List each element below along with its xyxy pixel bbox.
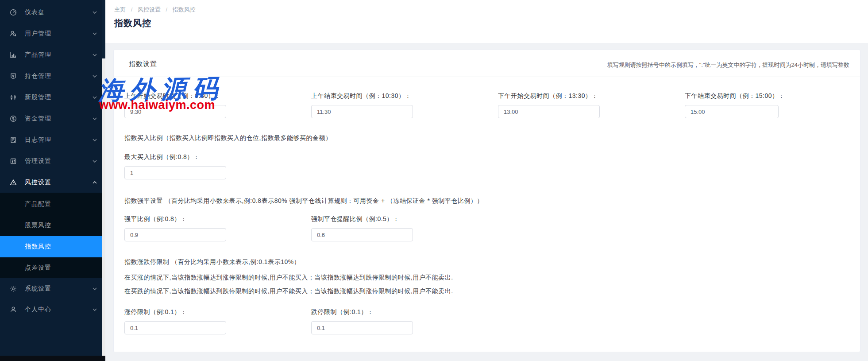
sidebar-item-label: 个人中心 — [25, 306, 51, 314]
candlestick-icon — [10, 94, 17, 101]
dashboard-icon — [10, 9, 17, 16]
breadcrumb-home[interactable]: 主页 — [114, 6, 126, 13]
sidebar-item-label: 系统设置 — [25, 285, 51, 293]
chevron-down-icon — [92, 286, 97, 291]
breadcrumb-risk-settings[interactable]: 风控设置 — [138, 6, 161, 13]
limit-rule-paragraph-1: 在买涨的情况下,当该指数涨幅达到涨停限制的时候,用户不能买入；当该指数涨幅达到跌… — [124, 274, 453, 282]
sidebar-item-fund-management[interactable]: 资金管理 — [0, 108, 102, 129]
submenu-item-label: 股票风控 — [25, 221, 51, 229]
sidebar-item-personal-center[interactable]: 个人中心 — [0, 299, 102, 320]
chevron-up-icon — [92, 180, 97, 185]
card-header: 指数设置 填写规则请按照括号中的示例填写，":"统一为英文中的字符，提现时间为2… — [114, 50, 860, 77]
submenu-item-label: 点差设置 — [25, 264, 51, 272]
breadcrumb: 主页 / 风控设置 / 指数风控 — [114, 6, 199, 14]
upper-limit-input[interactable] — [124, 321, 226, 334]
max-buy-ratio-input[interactable] — [124, 166, 226, 179]
field-label: 强平比例（例:0.8）： — [124, 215, 226, 223]
field-label: 下午结束交易时间（例：15:00）： — [685, 92, 785, 100]
risk-settings-submenu: 产品配置 股票风控 指数风控 点差设置 — [0, 193, 102, 278]
sliders-icon — [10, 158, 17, 165]
field-morning-start-time: 上午开始交易时间（例：9:30）： — [124, 92, 226, 118]
chevron-down-icon — [92, 31, 97, 36]
bar-chart-icon — [10, 51, 17, 58]
sidebar-item-management-settings[interactable]: 管理设置 — [0, 151, 102, 172]
morning-start-time-input[interactable] — [124, 105, 226, 118]
user-audit-icon — [10, 30, 17, 37]
field-label: 上午开始交易时间（例：9:30）： — [124, 92, 226, 100]
submenu-item-label: 产品配置 — [25, 200, 51, 208]
morning-end-time-input[interactable] — [311, 105, 413, 118]
chevron-down-icon — [92, 10, 97, 15]
sidebar-item-position-management[interactable]: 持仓管理 — [0, 66, 102, 87]
submenu-item-label: 指数风控 — [25, 243, 51, 251]
sidebar-item-label: 风控设置 — [25, 179, 51, 186]
afternoon-start-time-input[interactable] — [498, 105, 600, 118]
warning-triangle-icon — [10, 179, 17, 186]
submenu-item-stock-risk[interactable]: 股票风控 — [0, 215, 102, 236]
limit-rule-paragraph-2: 在买跌的情况下,当该指数涨幅达到跌停限制的时候,用户不能买入；当该指数涨幅达到涨… — [124, 287, 453, 295]
breadcrumb-separator: / — [166, 6, 168, 13]
person-icon — [10, 306, 17, 313]
field-label: 上午结束交易时间（例：10:30）： — [311, 92, 413, 100]
lower-limit-input[interactable] — [311, 321, 413, 334]
sidebar-item-dashboard[interactable]: 仪表盘 — [0, 2, 102, 23]
chevron-down-icon — [92, 52, 97, 58]
liquidation-warning-ratio-input[interactable] — [311, 228, 413, 241]
gear-icon — [10, 285, 17, 292]
field-label: 最大买入比例（例:0.8）： — [124, 153, 226, 161]
field-label: 下午开始交易时间（例：13:30）： — [498, 92, 600, 100]
dollar-circle-icon — [10, 115, 17, 122]
sidebar-item-label: 资金管理 — [25, 115, 51, 123]
field-label: 强制平仓提醒比例（例:0.5）： — [311, 215, 413, 223]
chevron-down-icon — [92, 307, 97, 312]
buy-ratio-section-note: 指数买入比例（指数买入比例即指数买入的仓位,指数最多能够买的金额） — [124, 134, 332, 142]
sidebar-item-label: 新股管理 — [25, 93, 51, 101]
field-upper-limit: 涨停限制（例:0.1）： — [124, 308, 226, 334]
field-label: 跌停限制（例:0.1）： — [311, 308, 413, 316]
sidebar-scrollbar-thumb[interactable] — [102, 0, 105, 58]
chevron-down-icon — [92, 159, 97, 164]
breadcrumb-current: 指数风控 — [173, 6, 196, 13]
log-file-icon — [10, 136, 17, 144]
index-settings-card: 指数设置 填写规则请按照括号中的示例填写，":"统一为英文中的字符，提现时间为2… — [113, 50, 860, 352]
field-label: 涨停限制（例:0.1）： — [124, 308, 226, 316]
sidebar-item-log-management[interactable]: 日志管理 — [0, 129, 102, 151]
position-box-icon — [10, 73, 17, 80]
sidebar-item-label: 管理设置 — [25, 157, 51, 165]
field-liquidation-ratio: 强平比例（例:0.8）： — [124, 215, 226, 241]
sidebar-item-label: 仪表盘 — [25, 8, 45, 16]
main-content: 主页 / 风控设置 / 指数风控 指数风控 指数设置 填写规则请按照括号中的示例… — [105, 0, 868, 361]
field-afternoon-start-time: 下午开始交易时间（例：13:30）： — [498, 92, 600, 118]
limit-section-note: 指数涨跌停限制 （百分比均采用小数来表示,例:0.1表示10%） — [124, 258, 300, 266]
sidebar-item-user-management[interactable]: 用户管理 — [0, 23, 102, 44]
sidebar-item-risk-settings[interactable]: 风控设置 — [0, 172, 102, 193]
chevron-down-icon — [92, 74, 97, 79]
horizontal-scrollbar-thumb[interactable] — [0, 356, 105, 361]
submenu-item-spread-settings[interactable]: 点差设置 — [0, 257, 102, 279]
card-title: 指数设置 — [129, 60, 157, 68]
liquidation-ratio-input[interactable] — [124, 228, 226, 241]
afternoon-end-time-input[interactable] — [685, 105, 779, 118]
sidebar-scrollbar[interactable] — [102, 0, 105, 361]
chevron-down-icon — [92, 116, 97, 121]
app-window: 仪表盘 用户管理 产品管理 持仓管理 — [0, 0, 868, 361]
field-morning-end-time: 上午结束交易时间（例：10:30）： — [311, 92, 413, 118]
field-max-buy-ratio: 最大买入比例（例:0.8）： — [124, 153, 226, 179]
liquidation-section-note: 指数强平设置 （百分比均采用小数来表示,例:0.8表示80% 强制平仓线计算规则… — [124, 197, 483, 205]
sidebar-item-label: 用户管理 — [25, 30, 51, 38]
chevron-down-icon — [92, 137, 97, 143]
submenu-item-index-risk-active[interactable]: 指数风控 — [0, 236, 102, 257]
sidebar-item-new-stock-management[interactable]: 新股管理 — [0, 87, 102, 108]
sidebar-item-system-settings[interactable]: 系统设置 — [0, 278, 102, 299]
sidebar-item-product-management[interactable]: 产品管理 — [0, 44, 102, 66]
field-liquidation-warning-ratio: 强制平仓提醒比例（例:0.5）： — [311, 215, 413, 241]
chevron-down-icon — [92, 95, 97, 100]
submenu-item-product-config[interactable]: 产品配置 — [0, 194, 102, 215]
sidebar-item-label: 日志管理 — [25, 136, 51, 144]
breadcrumb-separator: / — [131, 6, 133, 13]
fill-rule-note: 填写规则请按照括号中的示例填写，":"统一为英文中的字符，提现时间为24小时制，… — [607, 61, 849, 69]
sidebar: 仪表盘 用户管理 产品管理 持仓管理 — [0, 0, 102, 361]
page-title: 指数风控 — [114, 17, 151, 29]
sidebar-item-label: 持仓管理 — [25, 72, 51, 80]
field-afternoon-end-time: 下午结束交易时间（例：15:00）： — [685, 92, 785, 118]
